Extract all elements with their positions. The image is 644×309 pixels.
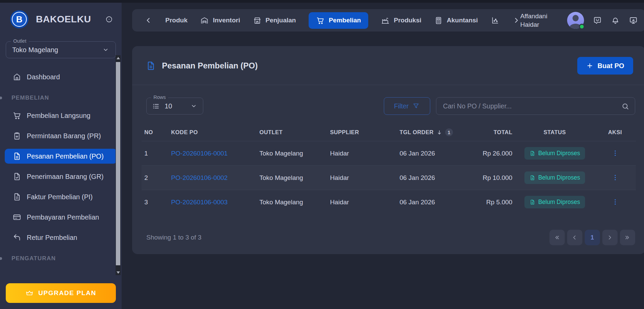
nav-item-label: Penjualan — [266, 17, 296, 24]
po-code-link[interactable]: PO-20260106-0003 — [171, 199, 228, 206]
calculator-icon — [434, 16, 443, 25]
sidebar-header: B BAKOELKU — [0, 0, 122, 28]
dots-vertical-icon — [611, 174, 619, 181]
chat-smile-icon — [593, 16, 602, 25]
credit-card-icon — [13, 213, 21, 222]
col-kode-po: KODE PO — [168, 124, 257, 141]
sidebar-item-faktur-pembelian[interactable]: Faktur Pembelian (PI) — [5, 189, 117, 204]
file-check-icon — [13, 172, 21, 181]
col-supplier: SUPPLIER — [327, 124, 397, 141]
nav-scroll-left[interactable] — [144, 16, 152, 24]
sidebar-item-pembayaran-pembelian[interactable]: Pembayaran Pembelian — [5, 210, 117, 225]
search-icon[interactable] — [621, 102, 629, 110]
outlet-select[interactable]: Outlet Toko Magelang — [6, 41, 116, 58]
analytics-icon — [491, 16, 499, 25]
nav-item-inventori[interactable]: Inventori — [200, 16, 240, 25]
row-actions-menu[interactable] — [610, 148, 620, 158]
chevron-left-icon — [571, 234, 578, 241]
page-1-button[interactable]: 1 — [585, 230, 600, 245]
sort-tgl-order[interactable]: TGL ORDER 1 — [399, 128, 453, 136]
file-lines-icon — [529, 175, 535, 181]
cell-tgl-order: 06 Jan 2026 — [397, 190, 469, 214]
chevron-down-icon — [190, 102, 198, 110]
next-page-button[interactable] — [602, 230, 618, 245]
nav-item-label: Inventori — [213, 17, 240, 24]
undo-icon — [13, 233, 21, 242]
status-label: Belum Diproses — [538, 199, 580, 206]
status-badge: Belum Diproses — [524, 196, 585, 208]
create-po-button[interactable]: Buat PO — [577, 57, 633, 75]
col-outlet: OUTLET — [257, 124, 327, 141]
sidebar-item-label: Permintaan Barang (PR) — [27, 132, 101, 140]
status-label: Belum Diproses — [538, 174, 580, 181]
upgrade-plan-label: UPGRADE PLAN — [38, 289, 96, 297]
nav-item-produk[interactable]: Produk — [165, 17, 187, 24]
row-actions-menu[interactable] — [610, 172, 620, 183]
table-header-row: NO KODE PO OUTLET SUPPLIER TGL ORDER 1 T… — [142, 124, 636, 141]
last-page-button[interactable] — [620, 230, 635, 245]
first-page-button[interactable] — [549, 230, 565, 245]
cell-supplier: Haidar — [327, 190, 397, 214]
scrollbar-thumb[interactable] — [116, 62, 120, 265]
warehouse-icon — [200, 16, 209, 25]
status-badge: Belum Diproses — [524, 171, 585, 184]
scrollbar-up-arrow[interactable] — [116, 55, 121, 61]
sidebar-menu: Dashboard PEMBELIAN Pembelian Langsung P… — [0, 69, 122, 264]
sidebar-item-penerimaan-barang[interactable]: Penerimaan Barang (GR) — [5, 169, 117, 184]
sidebar-item-pembelian-langsung[interactable]: Pembelian Langsung — [5, 108, 117, 123]
nav-item-analytics[interactable] — [491, 16, 499, 25]
nav-scroll-right[interactable] — [512, 16, 520, 24]
bell-icon — [611, 16, 620, 25]
chevrons-left-icon — [554, 234, 560, 241]
create-po-label: Buat PO — [598, 62, 624, 70]
brand-logo: B — [10, 10, 28, 28]
sidebar-item-pesanan-pembelian[interactable]: Pesanan Pembelian (PO) — [5, 149, 117, 164]
cell-outlet: Toko Magelang — [257, 141, 327, 166]
showing-text: Showing 1 to 3 of 3 — [146, 234, 202, 241]
col-no: NO — [142, 124, 168, 141]
cell-supplier: Haidar — [327, 141, 397, 166]
cell-tgl-order: 06 Jan 2026 — [397, 166, 469, 190]
nav-item-penjualan[interactable]: Penjualan — [253, 16, 296, 25]
rows-per-page-select[interactable]: Rows 10 — [146, 98, 203, 115]
row-actions-menu[interactable] — [610, 197, 620, 207]
search-input[interactable] — [436, 98, 635, 115]
sidebar-item-permintaan-barang[interactable]: Permintaan Barang (PR) — [5, 128, 117, 143]
upgrade-plan-button[interactable]: UPGRADE PLAN — [6, 283, 116, 303]
display-mode-button[interactable] — [629, 16, 638, 25]
prev-page-button[interactable] — [567, 230, 582, 245]
scrollbar-down-arrow[interactable] — [116, 270, 121, 275]
page-title: Pesanan Pembelian (PO) — [162, 61, 258, 70]
sidebar-scrollbar[interactable] — [116, 55, 121, 275]
po-code-link[interactable]: PO-20260106-0001 — [171, 150, 228, 157]
cell-outlet: Toko Magelang — [257, 190, 327, 214]
table-row: 2 PO-20260106-0002 Toko Magelang Haidar … — [142, 166, 636, 190]
card-header: Pesanan Pembelian (PO) Buat PO — [132, 46, 644, 85]
sidebar-item-label: Pesanan Pembelian (PO) — [27, 152, 104, 161]
cart-icon — [13, 111, 21, 120]
table-controls: Rows 10 Filter — [132, 85, 644, 115]
col-tgl-order-label: TGL ORDER — [399, 129, 433, 136]
nav-item-label: Akuntansi — [447, 17, 478, 24]
user-avatar[interactable] — [567, 12, 584, 29]
po-table: NO KODE PO OUTLET SUPPLIER TGL ORDER 1 T… — [142, 124, 636, 214]
feedback-button[interactable] — [593, 16, 602, 25]
pagination: 1 — [549, 230, 635, 245]
sort-desc-arrow-icon — [436, 129, 443, 136]
notifications-button[interactable] — [611, 16, 620, 25]
filter-button[interactable]: Filter — [384, 97, 430, 115]
sidebar-item-dashboard[interactable]: Dashboard — [5, 69, 117, 84]
nav-item-akuntansi[interactable]: Akuntansi — [434, 16, 478, 25]
sidebar-collapse-toggle[interactable] — [105, 16, 113, 23]
funnel-icon — [412, 102, 420, 110]
brand-logo-glyph: B — [16, 14, 23, 25]
nav-item-produksi[interactable]: Produksi — [381, 16, 421, 25]
nav-item-pembelian[interactable]: Pembelian — [309, 12, 368, 29]
po-code-link[interactable]: PO-20260106-0002 — [171, 174, 228, 181]
plus-icon — [586, 62, 594, 69]
sidebar-item-retur-pembelian[interactable]: Retur Pembelian — [5, 230, 117, 245]
col-aksi: AKSI — [594, 124, 636, 141]
sidebar-item-label: Faktur Pembelian (PI) — [27, 193, 93, 201]
sidebar-section-pengaturan: PENGATURAN — [0, 253, 122, 264]
table-row: 1 PO-20260106-0001 Toko Magelang Haidar … — [142, 141, 636, 166]
